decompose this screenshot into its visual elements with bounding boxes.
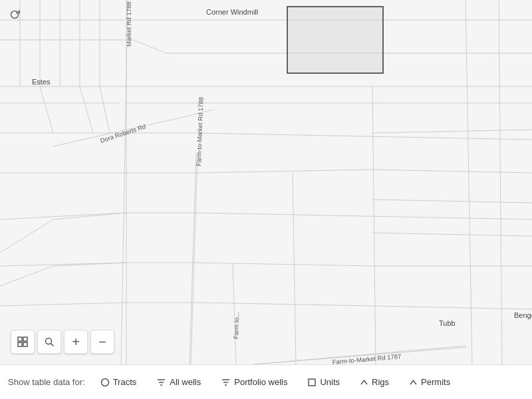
land-parcel (287, 7, 383, 73)
tab-all-wells[interactable]: All wells (146, 372, 211, 392)
tab-portfolio-wells[interactable]: Portfolio wells (211, 372, 297, 392)
svg-rect-58 (18, 342, 22, 346)
map-layers-button[interactable] (11, 330, 35, 354)
bottom-bar: Show table data for: Tracts All wells Po… (0, 364, 532, 399)
svg-point-62 (101, 378, 108, 386)
map-zoom-in-button[interactable]: + (64, 330, 88, 354)
tab-rigs[interactable]: Rigs (350, 372, 399, 392)
square-icon (307, 378, 317, 387)
tab-units-label: Units (320, 377, 340, 387)
tab-permits-label: Permits (421, 377, 450, 387)
svg-rect-59 (23, 342, 27, 346)
tab-rigs-label: Rigs (372, 377, 389, 387)
road-label-market-1788: Market Rd 1788 (125, 1, 132, 47)
svg-line-61 (51, 344, 54, 346)
tab-portfolio-wells-label: Portfolio wells (234, 377, 287, 387)
place-corner-windmill: Corner Windmill (206, 8, 258, 16)
tab-permits[interactable]: Permits (399, 372, 460, 392)
tab-all-wells-label: All wells (170, 377, 201, 387)
map-controls: + − (11, 330, 114, 354)
portfolio-filter-icon (221, 378, 231, 387)
tab-tracts-label: Tracts (113, 377, 137, 387)
map-svg: Corner Windmill Estes Tubb Bengel Market… (0, 0, 532, 364)
tab-tracts[interactable]: Tracts (90, 372, 147, 392)
map-zoom-out-button[interactable]: − (90, 330, 114, 354)
place-estes: Estes (32, 78, 51, 86)
show-label: Show table data for: (8, 377, 85, 387)
tab-units[interactable]: Units (297, 372, 350, 392)
svg-rect-69 (309, 379, 315, 386)
svg-rect-57 (23, 337, 27, 341)
map-container: Corner Windmill Estes Tubb Bengel Market… (0, 0, 532, 364)
place-bengel: Bengel (514, 311, 532, 319)
svg-rect-56 (18, 337, 22, 341)
chevron-up-rigs-icon (360, 378, 368, 386)
circle-icon (100, 378, 110, 387)
filter-icon (156, 378, 166, 387)
map-refresh-button[interactable] (7, 7, 23, 23)
map-search-button[interactable] (37, 330, 61, 354)
road-label-farm-to: Farm to... (232, 312, 240, 339)
chevron-up-permits-icon (409, 378, 418, 386)
place-tubb: Tubb (439, 319, 456, 327)
